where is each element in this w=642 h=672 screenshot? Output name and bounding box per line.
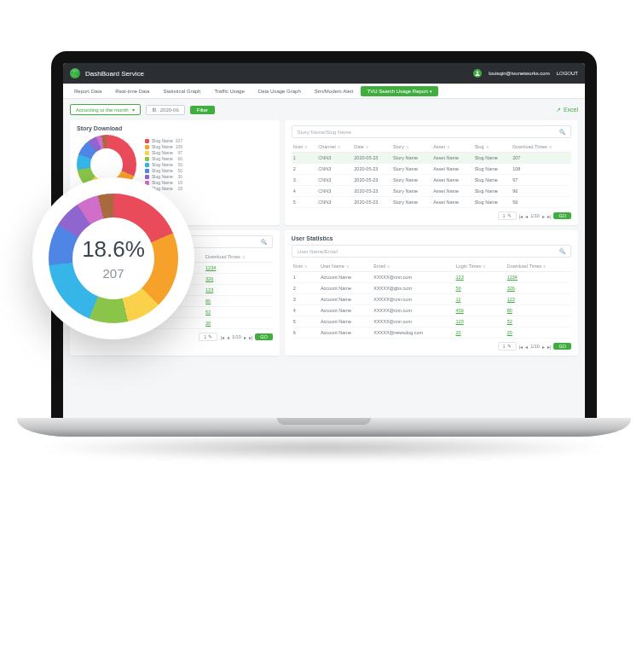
legend-swatch xyxy=(145,175,149,179)
download-times-link[interactable]: 80 xyxy=(205,298,211,304)
pager-page-input[interactable]: 1✎ xyxy=(498,342,517,350)
column-header[interactable]: Email⇅ xyxy=(372,261,454,272)
pager-first-icon[interactable]: |◂ xyxy=(220,334,224,340)
sort-icon: ⇅ xyxy=(543,264,546,269)
legend-value: 18 xyxy=(178,186,183,191)
nav-traffic-usage[interactable]: Traffic Usage xyxy=(208,86,250,96)
login-times-link[interactable]: 56 xyxy=(456,286,461,291)
sort-icon: ⇅ xyxy=(346,264,349,269)
column-header[interactable]: Asset⇅ xyxy=(431,142,472,153)
sort-icon: ⇅ xyxy=(338,145,340,149)
donut-legend: Slug Name207Slug Name108Slug Name97Slug … xyxy=(145,138,182,191)
column-header[interactable]: Channel⇅ xyxy=(316,142,352,153)
download-times-link[interactable]: 80 xyxy=(507,308,512,313)
download-times-link[interactable]: 123 xyxy=(205,287,213,293)
period-select[interactable]: According to the month ▾ xyxy=(70,104,141,115)
table-row[interactable]: 2CNN32020-05-23Story NameAsset NameSlug … xyxy=(292,164,571,175)
column-header[interactable]: Num⇅ xyxy=(292,142,316,153)
legend-value: 97 xyxy=(178,150,183,155)
pager-last-icon[interactable]: ▸| xyxy=(547,213,552,219)
pager-page-input[interactable]: 1✎ xyxy=(498,211,517,220)
pager-prev-icon[interactable]: ◂ xyxy=(525,344,528,350)
legend-swatch xyxy=(145,151,149,155)
legend-item: Slug Name66 xyxy=(145,156,182,161)
legend-item: Slug Name19 xyxy=(145,180,182,185)
legend-label: Slug Name xyxy=(152,144,173,149)
table-row[interactable]: 4CNN32020-05-23Story NameAsset NameSlug … xyxy=(292,186,571,197)
table-row[interactable]: 4Account NameXXXXX@cnn.com45680 xyxy=(292,305,571,316)
column-header[interactable]: Slug⇅ xyxy=(473,142,512,153)
logout-link[interactable]: LOGOUT xyxy=(557,71,578,76)
nav-data-usage-graph[interactable]: Data Usage Graph xyxy=(252,86,307,96)
nav-report-data[interactable]: Report Data xyxy=(68,86,107,96)
pager-go-button[interactable]: GO xyxy=(553,212,571,219)
nav-realtime-data[interactable]: Real-time Data xyxy=(109,86,155,96)
story-table-card: Story Name/Slug Name 🔍 Num⇅Channel⇅Date⇅… xyxy=(285,120,578,225)
pager-go-button[interactable]: GO xyxy=(553,343,571,350)
table-row[interactable]: 3CNN32020-05-23Story NameAsset NameSlug … xyxy=(292,175,571,186)
login-times-link[interactable]: 12 xyxy=(456,297,461,302)
column-header[interactable]: Story⇅ xyxy=(391,142,431,153)
nav-sim-modem-alert[interactable]: Sim/Modem Alert xyxy=(309,86,360,96)
column-header[interactable]: Date⇅ xyxy=(352,142,391,153)
login-times-link[interactable]: 123 xyxy=(456,275,464,280)
login-times-link[interactable]: 20 xyxy=(456,330,461,335)
pencil-icon: ✎ xyxy=(208,334,212,339)
nav-statistical-graph[interactable]: Statistical Graph xyxy=(157,86,206,96)
column-header[interactable]: Download Times⇅ xyxy=(204,252,273,263)
pager-next-icon[interactable]: ▸ xyxy=(542,213,545,219)
pager-next-icon[interactable]: ▸ xyxy=(542,344,545,350)
pager-prev-icon[interactable]: ◂ xyxy=(525,213,528,219)
table-row[interactable]: 3Account NameXXXXX@cnn.com12123 xyxy=(292,294,571,305)
table-row[interactable]: 1Account NameXXXXX@cnn.com1231234 xyxy=(292,272,571,283)
user-avatar-icon[interactable] xyxy=(473,69,482,78)
table-row[interactable]: 2Account NameXXXXX@gbs.com56326 xyxy=(292,283,571,294)
download-times-link[interactable]: 123 xyxy=(507,297,515,302)
nav-tvu-search-usage[interactable]: TVU Search Usage Report▾ xyxy=(361,86,437,96)
legend-label: Slug Name xyxy=(152,180,173,185)
share-icon: ↗ xyxy=(556,107,561,113)
excel-export[interactable]: ↗ Excel xyxy=(556,107,578,113)
column-header[interactable]: User Name⇅ xyxy=(319,261,372,272)
legend-swatch xyxy=(145,169,149,173)
user-stats-card: User Statistics User Name/Email 🔍 Num⇅Us… xyxy=(285,230,578,356)
pager-last-icon[interactable]: ▸| xyxy=(547,344,552,350)
chevron-down-icon: ▾ xyxy=(132,107,135,113)
column-header[interactable]: Login Times⇅ xyxy=(454,261,506,272)
filter-button[interactable]: Filter xyxy=(190,106,215,114)
card-title: Story Download xyxy=(77,125,273,131)
date-picker[interactable]: 🗓 2020-06 xyxy=(146,105,185,115)
pager-prev-icon[interactable]: ◂ xyxy=(227,334,229,340)
story-search-input[interactable]: Story Name/Slug Name 🔍 xyxy=(292,125,571,138)
column-header[interactable]: Num⇅ xyxy=(292,261,319,272)
login-times-link[interactable]: 120 xyxy=(456,319,464,324)
pager-go-button[interactable]: GO xyxy=(255,333,273,340)
download-times-link[interactable]: 326 xyxy=(205,276,213,281)
laptop-shadow xyxy=(34,435,614,461)
download-times-link[interactable]: 1234 xyxy=(205,265,216,270)
table-row[interactable]: 6Account NameXXXXX@newsdog.com2020 xyxy=(292,327,571,339)
pager-next-icon[interactable]: ▸ xyxy=(244,334,246,340)
story-table: Num⇅Channel⇅Date⇅Story⇅Asset⇅Slug⇅Downlo… xyxy=(292,142,571,208)
table-row[interactable]: 5Account NameXXXXX@cnn.com12052 xyxy=(292,316,571,327)
column-header[interactable]: Download Times⇅ xyxy=(511,142,571,153)
pager-last-icon[interactable]: ▸| xyxy=(249,334,253,340)
sort-icon: ⇅ xyxy=(304,145,307,149)
pager-page-input[interactable]: 1✎ xyxy=(199,333,217,341)
search-icon: 🔍 xyxy=(261,239,267,245)
table-row[interactable]: 5CNN32020-05-23Story NameAsset NameSlug … xyxy=(292,197,571,208)
pager-first-icon[interactable]: |◂ xyxy=(519,213,523,219)
download-times-link[interactable]: 326 xyxy=(507,286,515,291)
download-times-link[interactable]: 1234 xyxy=(507,275,518,280)
download-times-link[interactable]: 20 xyxy=(205,321,211,326)
pager-first-icon[interactable]: |◂ xyxy=(519,344,523,350)
user-email[interactable]: louisqin@tvunetworks.com xyxy=(489,71,549,76)
user-search-input[interactable]: User Name/Email 🔍 xyxy=(292,245,571,258)
column-header[interactable]: Download Times⇅ xyxy=(506,261,571,272)
download-times-link[interactable]: 52 xyxy=(507,319,512,324)
download-times-link[interactable]: 52 xyxy=(205,310,211,315)
donut-center: 18.6% 207 xyxy=(72,217,154,299)
login-times-link[interactable]: 456 xyxy=(456,308,464,313)
download-times-link[interactable]: 20 xyxy=(507,330,512,335)
table-row[interactable]: 1CNN32020-05-23Story NameAsset NameSlug … xyxy=(292,153,571,164)
